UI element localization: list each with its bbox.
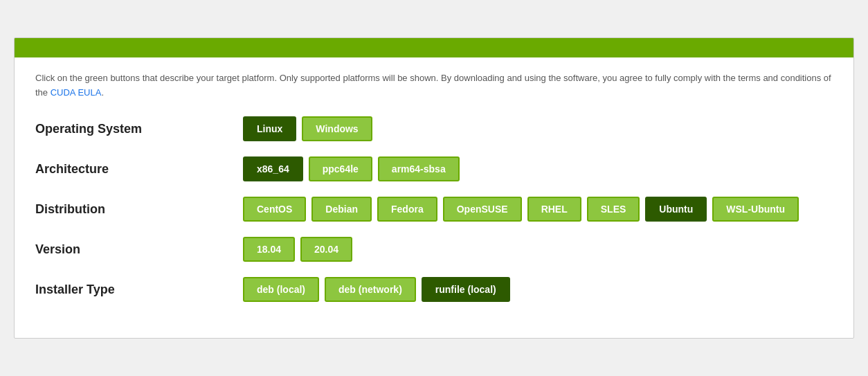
btn-distribution-fedora[interactable]: Fedora <box>377 197 437 222</box>
page-header <box>15 38 853 57</box>
info-paragraph: Click on the green buttons that describe… <box>35 71 833 100</box>
btn-distribution-rhel[interactable]: RHEL <box>527 197 581 222</box>
label-architecture: Architecture <box>35 162 243 177</box>
row-architecture: Architecturex86_64ppc64learm64-sbsa <box>35 156 833 181</box>
btn-distribution-sles[interactable]: SLES <box>587 197 640 222</box>
btn-group-operating-system: LinuxWindows <box>243 116 372 141</box>
btn-architecture-x86_64[interactable]: x86_64 <box>243 156 303 181</box>
btn-group-distribution: CentOSDebianFedoraOpenSUSERHELSLESUbuntu… <box>243 197 799 222</box>
btn-operating-system-linux[interactable]: Linux <box>243 116 296 141</box>
label-version: Version <box>35 242 243 257</box>
btn-installer-type-deb-(local)[interactable]: deb (local) <box>243 277 319 302</box>
row-installer-type: Installer Typedeb (local)deb (network)ru… <box>35 277 833 302</box>
label-distribution: Distribution <box>35 202 243 217</box>
row-version: Version18.0420.04 <box>35 237 833 262</box>
btn-group-version: 18.0420.04 <box>243 237 352 262</box>
btn-group-architecture: x86_64ppc64learm64-sbsa <box>243 156 460 181</box>
btn-version-20.04[interactable]: 20.04 <box>300 237 352 262</box>
label-operating-system: Operating System <box>35 122 243 136</box>
btn-installer-type-deb-(network)[interactable]: deb (network) <box>325 277 416 302</box>
main-container: Click on the green buttons that describe… <box>14 37 854 339</box>
btn-distribution-ubuntu[interactable]: Ubuntu <box>645 197 707 222</box>
info-text-after: . <box>101 87 104 98</box>
btn-distribution-opensuse[interactable]: OpenSUSE <box>443 197 522 222</box>
btn-distribution-centos[interactable]: CentOS <box>243 197 306 222</box>
btn-architecture-ppc64le[interactable]: ppc64le <box>309 156 372 181</box>
btn-operating-system-windows[interactable]: Windows <box>302 116 372 141</box>
row-distribution: DistributionCentOSDebianFedoraOpenSUSERH… <box>35 197 833 222</box>
btn-group-installer-type: deb (local)deb (network)runfile (local) <box>243 277 510 302</box>
info-text-before: Click on the green buttons that describe… <box>35 73 831 98</box>
sections-container: Operating SystemLinuxWindowsArchitecture… <box>35 116 833 302</box>
btn-version-18.04[interactable]: 18.04 <box>243 237 295 262</box>
label-installer-type: Installer Type <box>35 283 243 297</box>
btn-architecture-arm64-sbsa[interactable]: arm64-sbsa <box>378 156 460 181</box>
page-body: Click on the green buttons that describe… <box>15 57 853 339</box>
cuda-eula-link[interactable]: CUDA EULA <box>51 87 102 98</box>
btn-installer-type-runfile-(local)[interactable]: runfile (local) <box>422 277 510 302</box>
row-operating-system: Operating SystemLinuxWindows <box>35 116 833 141</box>
btn-distribution-wsl-ubuntu[interactable]: WSL-Ubuntu <box>712 197 799 222</box>
btn-distribution-debian[interactable]: Debian <box>311 197 372 222</box>
